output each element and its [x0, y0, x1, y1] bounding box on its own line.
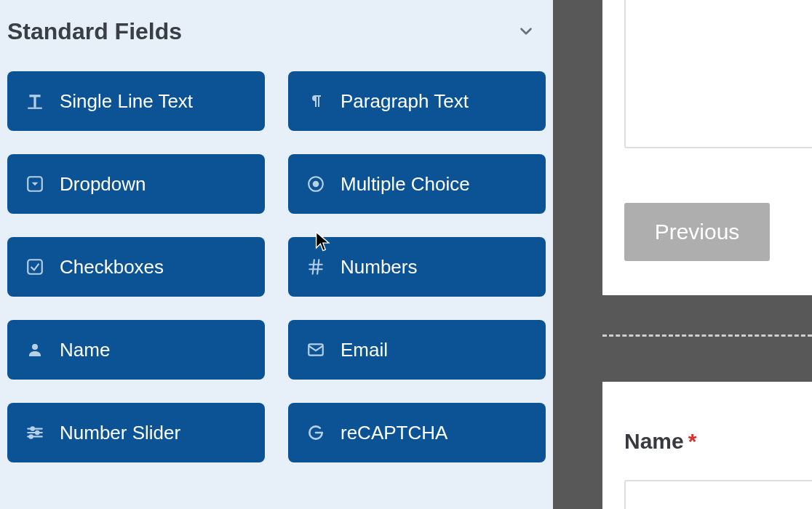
radio-icon: [306, 174, 326, 194]
person-icon: [25, 340, 45, 360]
field-label: Dropdown: [60, 175, 146, 193]
text-cursor-icon: [25, 91, 45, 111]
svg-rect-0: [28, 108, 42, 109]
name-text: Name: [624, 429, 684, 453]
paragraph-text-button[interactable]: Paragraph Text: [288, 71, 546, 131]
svg-point-9: [32, 344, 38, 350]
numbers-button[interactable]: Numbers: [288, 237, 546, 297]
chevron-down-icon[interactable]: [511, 16, 541, 47]
standard-fields-header[interactable]: Standard Fields: [7, 16, 546, 63]
name-input[interactable]: [624, 480, 812, 509]
field-label: Multiple Choice: [341, 175, 470, 193]
svg-line-7: [313, 260, 314, 274]
page-break-divider: [602, 334, 812, 337]
pilcrow-icon: [306, 91, 326, 111]
svg-point-12: [31, 427, 34, 430]
previous-label: Previous: [655, 220, 740, 244]
field-label: Number Slider: [60, 423, 180, 442]
field-label: Single Line Text: [60, 92, 193, 111]
google-g-icon: [306, 422, 326, 443]
email-button[interactable]: Email: [288, 320, 546, 380]
preview-textarea[interactable]: [624, 0, 812, 148]
recaptcha-button[interactable]: reCAPTCHA: [288, 403, 546, 462]
previous-button[interactable]: Previous: [624, 203, 770, 261]
name-field-label: Name*: [624, 429, 696, 454]
dropdown-arrow-icon: [25, 174, 45, 194]
dropdown-button[interactable]: Dropdown: [7, 154, 265, 214]
svg-line-8: [317, 260, 319, 274]
checkbox-icon: [25, 257, 45, 277]
section-title: Standard Fields: [7, 18, 182, 45]
field-label: Numbers: [341, 257, 417, 276]
number-slider-button[interactable]: Number Slider: [7, 403, 265, 462]
sliders-icon: [25, 422, 45, 443]
single-line-text-button[interactable]: Single Line Text: [7, 71, 265, 131]
svg-point-16: [29, 435, 32, 438]
field-label: Name: [60, 340, 110, 359]
field-label: Email: [341, 340, 388, 359]
fields-grid: Single Line Text Paragraph Text Dropdown…: [7, 63, 546, 462]
fields-panel: Standard Fields Single Line Text Paragra…: [0, 0, 556, 509]
svg-rect-4: [28, 260, 42, 274]
field-label: reCAPTCHA: [341, 423, 447, 442]
hashtag-icon: [306, 257, 326, 277]
preview-strip: Previous Name*: [559, 0, 812, 509]
envelope-icon: [306, 340, 326, 360]
required-asterisk: *: [688, 429, 697, 453]
field-label: Paragraph Text: [341, 92, 469, 111]
field-label: Checkboxes: [60, 257, 164, 276]
svg-point-14: [36, 431, 39, 434]
multiple-choice-button[interactable]: Multiple Choice: [288, 154, 546, 214]
svg-point-3: [313, 181, 319, 188]
checkboxes-button[interactable]: Checkboxes: [7, 237, 265, 297]
name-button[interactable]: Name: [7, 320, 265, 380]
